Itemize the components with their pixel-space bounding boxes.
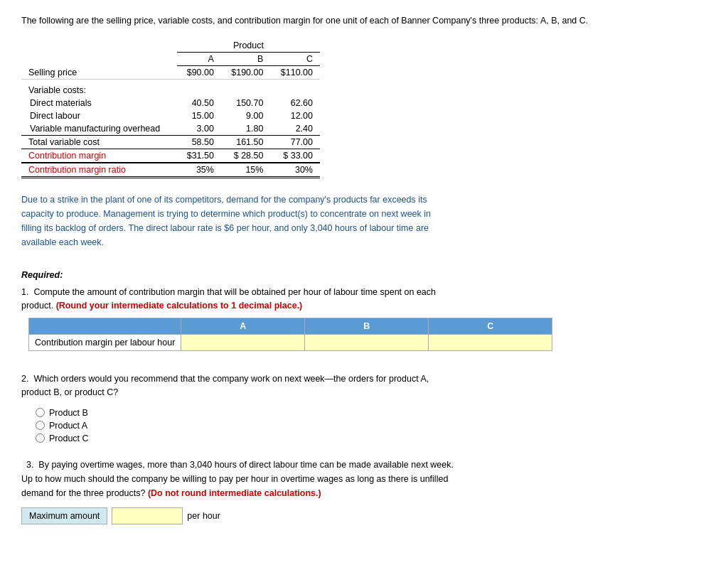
direct-labour-c: 12.00 [270, 109, 320, 122]
variable-mfg-b: 1.80 [221, 122, 271, 136]
direct-materials-label: Direct materials [21, 97, 177, 109]
direct-materials-a: 40.50 [177, 97, 221, 109]
variable-costs-label: Variable costs: [21, 79, 177, 97]
q2-text: 2. Which orders would you recommend that… [21, 372, 448, 399]
q1-bold: (Round your intermediate calculations to… [56, 301, 303, 311]
q1-row-label: Contribution margin per labour hour [29, 335, 181, 351]
q2-radio-product-c[interactable] [36, 433, 45, 443]
cmr-b: 15% [221, 163, 271, 178]
question-1-block: 1. Compute the amount of contribution ma… [21, 286, 707, 352]
q1-answer-table: A B C Contribution margin per labour hou… [28, 318, 552, 351]
question-3-block: 3. By paying overtime wages, more than 3… [21, 458, 707, 524]
per-hour-label: per hour [187, 511, 220, 521]
cmr-c: 30% [270, 163, 320, 178]
q1-input-c-field[interactable] [429, 335, 552, 350]
q2-option-product-b[interactable]: Product B [36, 408, 707, 418]
cm-a: $31.50 [177, 149, 221, 163]
col-b: B [221, 52, 271, 65]
cm-c: $ 33.00 [270, 149, 320, 163]
selling-price-label: Selling price [21, 65, 177, 79]
q3-number: 3. [26, 460, 33, 470]
q1-number: 1. [21, 287, 28, 297]
q1-input-a-field[interactable] [181, 335, 304, 350]
question-2-block: 2. Which orders would you recommend that… [21, 372, 707, 443]
q1-table-empty-header [29, 318, 181, 335]
max-amount-input[interactable] [112, 507, 183, 524]
selling-price-a: $90.00 [177, 65, 221, 79]
q1-input-b-field[interactable] [305, 335, 428, 350]
q2-label-product-b: Product B [49, 408, 88, 418]
total-vc-b: 161.50 [221, 135, 271, 149]
q2-number: 2. [21, 374, 28, 384]
product-table: Product A B C Selling price $90.00 $190.… [21, 39, 320, 178]
q2-main-text: Which orders would you recommend that th… [21, 374, 429, 397]
q1-col-b: B [305, 318, 429, 335]
cmr-a: 35% [177, 163, 221, 178]
cmr-label: Contribution margin ratio [21, 163, 177, 178]
total-vc-c: 77.00 [270, 135, 320, 149]
direct-materials-b: 150.70 [221, 97, 271, 109]
q2-radio-product-b[interactable] [36, 408, 45, 417]
variable-mfg-label: Variable manufacturing overhead [21, 122, 177, 136]
intro-paragraph: The following are the selling price, var… [21, 14, 707, 28]
q2-option-product-c[interactable]: Product C [36, 433, 707, 443]
q2-radio-group: Product B Product A Product C [36, 408, 707, 443]
selling-price-b: $190.00 [221, 65, 271, 79]
direct-labour-a: 15.00 [177, 109, 221, 122]
q1-col-c: C [429, 318, 552, 335]
q2-label-product-c: Product C [49, 433, 89, 443]
col-c: C [270, 52, 320, 65]
q1-text: 1. Compute the amount of contribution ma… [21, 286, 448, 313]
q1-input-a[interactable] [181, 335, 305, 351]
variable-mfg-c: 2.40 [270, 122, 320, 136]
q3-bold: (Do not round intermediate calculations.… [148, 488, 321, 498]
total-vc-label: Total variable cost [21, 135, 177, 149]
required-label: Required: [21, 270, 707, 280]
q2-label-product-a: Product A [49, 421, 87, 431]
variable-mfg-a: 3.00 [177, 122, 221, 136]
max-amount-row: Maximum amount per hour [21, 507, 707, 524]
context-paragraph: Due to a strike in the plant of one of i… [21, 193, 448, 249]
q1-input-b[interactable] [305, 335, 429, 351]
cm-label: Contribution margin [21, 149, 177, 163]
direct-materials-c: 62.60 [270, 97, 320, 109]
q2-radio-product-a[interactable] [36, 421, 45, 430]
col-a: A [177, 52, 221, 65]
total-vc-a: 58.50 [177, 135, 221, 149]
q3-text: 3. By paying overtime wages, more than 3… [21, 458, 462, 500]
direct-labour-b: 9.00 [221, 109, 271, 122]
q2-option-product-a[interactable]: Product A [36, 421, 707, 431]
q1-col-a: A [181, 318, 305, 335]
product-header: Product [177, 39, 320, 53]
context-text: Due to a strike in the plant of one of i… [21, 195, 431, 247]
q1-input-c[interactable] [429, 335, 552, 351]
direct-labour-label: Direct labour [21, 109, 177, 122]
max-amount-label: Maximum amount [21, 507, 107, 524]
cm-b: $ 28.50 [221, 149, 271, 163]
selling-price-c: $110.00 [270, 65, 320, 79]
